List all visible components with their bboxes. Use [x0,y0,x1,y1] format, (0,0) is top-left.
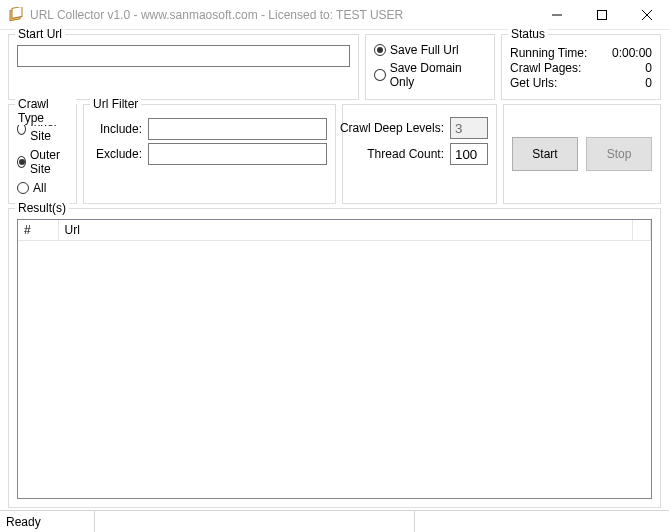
start-url-input[interactable] [17,45,350,67]
maximize-button[interactable] [579,0,624,29]
svg-rect-3 [597,10,606,19]
results-group: Result(s) # Url [8,208,661,508]
include-label: Include: [92,122,142,136]
stop-button: Stop [586,137,652,171]
outer-site-radio[interactable]: Outer Site [17,148,68,176]
close-button[interactable] [624,0,669,29]
statusbar-mid [95,511,415,532]
status-group: Status Running Time: 0:00:00 Crawl Pages… [501,34,661,100]
save-domain-only-radio[interactable]: Save Domain Only [374,61,486,89]
crawl-type-group: Crawl Type Inner Site Outer Site All [8,104,77,204]
running-time-label: Running Time: [510,46,587,60]
results-list[interactable]: # Url [17,219,652,499]
crawl-pages-label: Crawl Pages: [510,61,581,75]
save-full-url-radio[interactable]: Save Full Url [374,43,486,57]
all-label: All [33,181,46,195]
exclude-label: Exclude: [92,147,142,161]
crawl-params-group: Crawl Deep Levels: Thread Count: [342,104,497,204]
thread-count-input[interactable] [450,143,488,165]
get-urls-label: Get Urls: [510,76,557,90]
save-mode-group: Save Full Url Save Domain Only [365,34,495,100]
action-buttons-group: Start Stop [503,104,661,204]
svg-rect-1 [12,7,22,18]
deep-level-input [450,117,488,139]
statusbar-text: Ready [0,511,95,532]
minimize-button[interactable] [534,0,579,29]
start-url-legend: Start Url [15,27,65,41]
window-title: URL Collector v1.0 - www.sanmaosoft.com … [30,8,534,22]
status-legend: Status [508,27,548,41]
get-urls-value: 0 [645,76,652,90]
results-legend: Result(s) [15,201,69,215]
app-icon [8,7,24,23]
radio-icon [17,182,29,194]
col-spacer [633,220,651,241]
col-number[interactable]: # [18,220,58,241]
all-radio[interactable]: All [17,181,68,195]
exclude-input[interactable] [148,143,327,165]
running-time-value: 0:00:00 [612,46,652,60]
crawl-type-legend: Crawl Type [15,97,76,125]
save-domain-label: Save Domain Only [390,61,486,89]
start-url-group: Start Url [8,34,359,100]
save-full-label: Save Full Url [390,43,459,57]
statusbar-right [415,511,669,532]
thread-count-label: Thread Count: [367,147,444,161]
statusbar: Ready [0,510,669,532]
col-url[interactable]: Url [58,220,633,241]
radio-icon [17,156,26,168]
deep-level-label: Crawl Deep Levels: [340,121,444,135]
titlebar: URL Collector v1.0 - www.sanmaosoft.com … [0,0,669,30]
start-button[interactable]: Start [512,137,578,171]
radio-icon [374,44,386,56]
url-filter-group: Url Filter Include: Exclude: [83,104,336,204]
radio-icon [374,69,386,81]
url-filter-legend: Url Filter [90,97,141,111]
crawl-pages-value: 0 [645,61,652,75]
include-input[interactable] [148,118,327,140]
outer-site-label: Outer Site [30,148,68,176]
